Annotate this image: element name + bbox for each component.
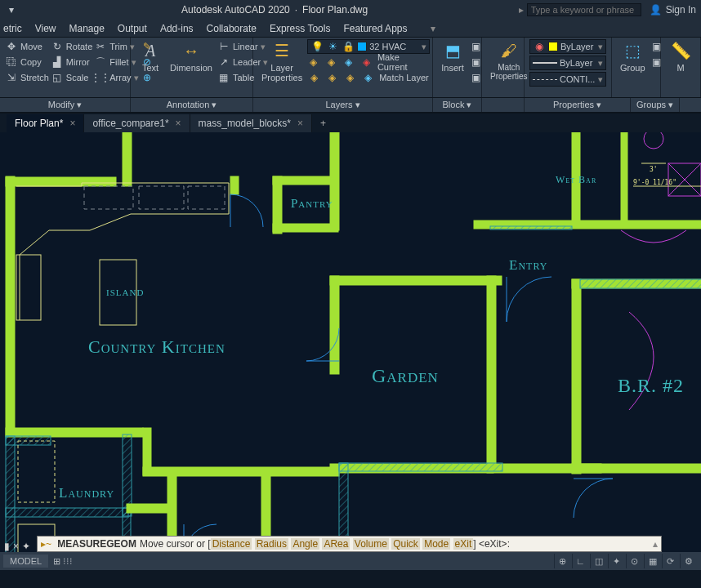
room-label: ISLAND <box>106 287 144 297</box>
cmd-measure[interactable]: 📏M <box>666 39 695 73</box>
svg-rect-20 <box>621 132 627 220</box>
layer-color-swatch <box>357 42 367 51</box>
layer-tool-icon[interactable]: ◈ <box>307 56 319 69</box>
layer-tool-icon[interactable]: ◈ <box>343 71 356 84</box>
room-label: Country Kitchen <box>88 336 225 357</box>
chevron-icon: ▮ <box>4 541 10 552</box>
svg-rect-32 <box>490 226 572 229</box>
panel-label[interactable]: Modify ▾ <box>0 98 131 112</box>
close-icon[interactable]: × <box>297 118 303 129</box>
group-icon: ⬚ <box>621 39 644 62</box>
dimension-text: 3' <box>650 166 658 173</box>
svg-rect-2 <box>6 176 15 436</box>
cmd-rotate[interactable]: ↻Rotate <box>51 39 92 54</box>
menu-item[interactable]: Manage <box>69 23 104 34</box>
lineweight-dropdown[interactable]: ByLayer▾ <box>529 56 606 70</box>
svg-rect-41 <box>139 186 184 209</box>
dimension-icon: ↔ <box>180 39 203 62</box>
svg-rect-13 <box>330 276 502 285</box>
move-icon: ✥ <box>5 40 18 53</box>
cmd-scale[interactable]: ◱Scale <box>51 70 92 85</box>
grid-icon[interactable]: ⊞ ⁝⁝⁝ <box>53 556 73 567</box>
scale-icon: ◱ <box>51 71 64 84</box>
block-tool[interactable]: ▣ <box>469 55 482 69</box>
text-icon: A <box>139 39 162 62</box>
menu-item[interactable]: Collaborate <box>207 23 257 34</box>
color-dropdown[interactable]: ◉ByLayer▾ <box>529 39 606 54</box>
ribbon-labels: Modify ▾ Annotation ▾ Layers ▾ Block ▾ P… <box>0 98 701 113</box>
svg-rect-23 <box>572 464 701 473</box>
status-icon[interactable]: ✦ <box>608 554 624 568</box>
panel-label[interactable]: Block ▾ <box>433 98 482 112</box>
command-line[interactable]: ▸~ MEASUREGEOM Move cursor or [ Distance… <box>37 536 662 552</box>
cmd-stretch[interactable]: ⇲Stretch <box>5 70 49 85</box>
cmd-copy[interactable]: ⿻Copy <box>5 55 49 69</box>
svg-rect-40 <box>84 186 133 209</box>
ribbon-panel-block: ⬒Insert ▣ ▣ ▣ <box>433 38 482 97</box>
bulb-icon: 💡 <box>310 40 324 53</box>
lock-icon: 🔒 <box>342 40 355 53</box>
signin-link[interactable]: Sign In <box>666 4 696 16</box>
cmd-dimension[interactable]: ↔Dimension <box>167 39 216 73</box>
menu-item[interactable]: etric <box>3 23 22 34</box>
status-icon[interactable]: ⊕ <box>554 554 570 568</box>
cmd-make-current[interactable]: Make Current <box>377 52 430 72</box>
menu-item[interactable]: View <box>35 23 56 34</box>
close-icon[interactable]: × <box>176 118 181 129</box>
menu-item[interactable]: Express Tools <box>270 23 330 34</box>
panel-label[interactable]: Groups ▾ <box>631 98 680 112</box>
layer-name: 32 HVAC <box>369 42 406 51</box>
panel-label[interactable]: Properties ▾ <box>525 98 631 112</box>
drawing-canvas[interactable]: Country Kitchen Pantry Garden Entry ISLA… <box>0 132 701 570</box>
cmd-move[interactable]: ✥Move <box>5 39 49 54</box>
status-icon[interactable]: ⟳ <box>662 554 678 568</box>
cmd-insert[interactable]: ⬒Insert <box>438 39 467 73</box>
cmd-mirror[interactable]: ▟Mirror <box>51 55 92 69</box>
block-tool[interactable]: ▣ <box>469 70 482 85</box>
cmd-history-toggle[interactable]: ▮ × ✦ <box>4 541 30 552</box>
layer-tool-icon[interactable]: ◈ <box>307 71 320 84</box>
svg-point-48 <box>644 132 663 149</box>
file-tab[interactable]: office_compare1*× <box>84 114 190 132</box>
block-tool[interactable]: ▣ <box>469 39 482 54</box>
menu-expand-icon[interactable]: ▾ <box>426 22 440 35</box>
layer-tool-icon[interactable]: ◈ <box>325 56 337 69</box>
app-menu-icon[interactable]: ▾ <box>5 3 18 16</box>
status-icon[interactable]: ◫ <box>590 554 606 568</box>
cmd-group[interactable]: ⬚Group <box>617 39 649 73</box>
layer-tool-icon[interactable]: ◈ <box>325 71 338 84</box>
new-tab[interactable]: + <box>312 114 334 132</box>
status-icon[interactable]: ∟ <box>572 554 588 568</box>
close-icon[interactable]: × <box>13 541 19 552</box>
layer-tool-icon[interactable]: ◈ <box>359 56 372 69</box>
cmd-match-layer[interactable]: Match Layer <box>379 73 429 82</box>
layer-tool-icon[interactable]: ◈ <box>361 71 374 84</box>
panel-label[interactable]: Annotation ▾ <box>131 98 253 112</box>
chevron-up-icon[interactable]: ▴ <box>653 538 658 550</box>
file-tab[interactable]: mass_model_blocks*× <box>190 114 312 132</box>
svg-rect-29 <box>339 463 502 471</box>
rotate-icon: ↻ <box>51 40 64 53</box>
wand-icon: ✦ <box>22 541 30 552</box>
file-tab[interactable]: Floor Plan*× <box>7 114 84 132</box>
status-icon[interactable]: ⚙ <box>680 554 696 568</box>
close-icon[interactable]: × <box>69 118 75 129</box>
sun-icon: ☀ <box>326 40 339 53</box>
menu-item[interactable]: Featured Apps <box>343 23 407 34</box>
linetype-dropdown[interactable]: CONTI...▾ <box>529 72 606 87</box>
model-space-toggle[interactable]: MODEL <box>3 555 48 568</box>
cmd-layer-props[interactable]: ☰Layer Properties <box>258 39 306 82</box>
svg-rect-26 <box>6 508 128 517</box>
menu-item[interactable]: Add-ins <box>160 23 194 34</box>
status-icon[interactable]: ⊙ <box>626 554 642 568</box>
trim-icon: ✂ <box>94 40 107 53</box>
layer-tool-icon[interactable]: ◈ <box>342 56 355 69</box>
status-icon[interactable]: ▦ <box>644 554 660 568</box>
cmd-text[interactable]: AText <box>136 39 165 73</box>
panel-label[interactable]: Layers ▾ <box>253 98 433 112</box>
menu-bar: etric View Manage Output Add-ins Collabo… <box>0 20 701 38</box>
search-input[interactable] <box>527 3 641 16</box>
user-icon[interactable]: 👤 <box>650 3 663 16</box>
menu-item[interactable]: Output <box>118 23 147 34</box>
array-icon: ⋮⋮ <box>94 71 107 84</box>
